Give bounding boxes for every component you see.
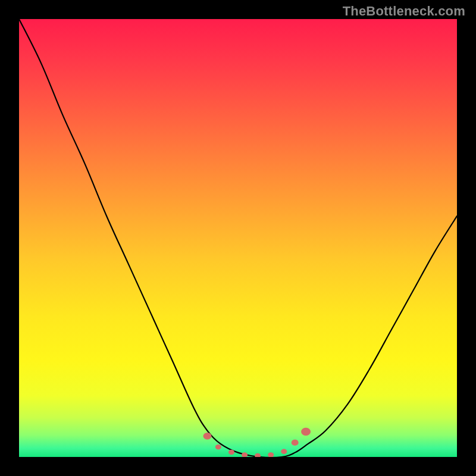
plot-area <box>19 19 457 457</box>
trough-marker <box>281 449 287 454</box>
trough-marker <box>268 452 274 457</box>
trough-marker <box>215 444 221 450</box>
trough-marker <box>228 450 234 455</box>
trough-marker <box>255 453 261 457</box>
trough-marker <box>301 428 311 436</box>
bottleneck-curve <box>19 19 457 457</box>
trough-marker <box>292 440 299 446</box>
chart-frame: TheBottleneck.com <box>0 0 476 476</box>
trough-marker <box>203 433 211 440</box>
trough-marker <box>242 452 248 457</box>
watermark-text: TheBottleneck.com <box>343 4 465 19</box>
